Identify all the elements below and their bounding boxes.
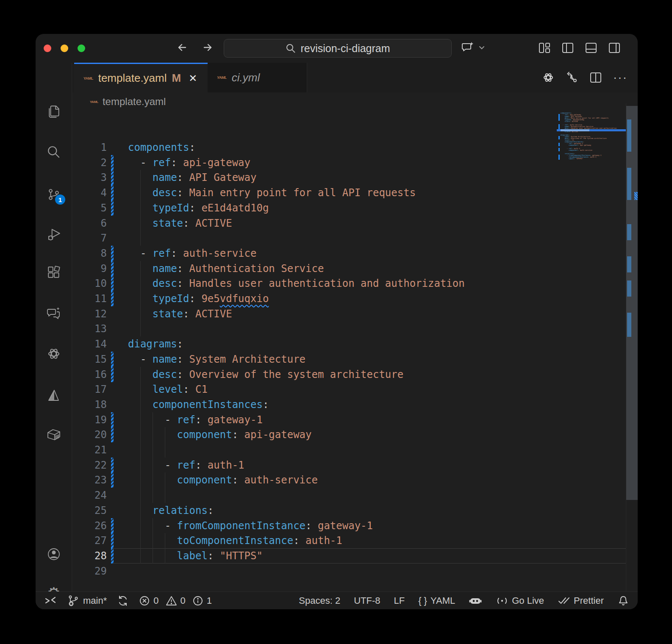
code-line[interactable]: 21 [72, 442, 626, 458]
code-line[interactable]: 2 - ref: api-gateway [72, 155, 626, 170]
code-line[interactable]: 23 component: auth-service [72, 472, 626, 488]
sidebar-item-extensions[interactable] [36, 259, 72, 286]
line-number: 4 [72, 185, 107, 200]
copilot-status[interactable] [469, 594, 482, 607]
code-line[interactable]: 11 typeId: 9e5vdfuqxio [72, 291, 626, 306]
gutter-modified-marker [111, 548, 114, 564]
code-line[interactable]: 20 component: api-gateway [72, 427, 626, 442]
gutter-modified-marker [111, 533, 114, 548]
ruler-modified-block [627, 119, 631, 152]
code-line[interactable]: 4 desc: Main entry point for all API req… [72, 185, 626, 200]
code-line[interactable]: 16 desc: Overview of the system architec… [72, 367, 626, 382]
forward-arrow-icon[interactable] [201, 41, 214, 54]
indent-guide [140, 442, 141, 458]
gutter-modified-marker [111, 276, 114, 291]
minimap[interactable]: components: - ref: api-gateway name: API… [551, 112, 626, 172]
minimize-window-button[interactable] [61, 44, 68, 52]
sidebar-item-source-control[interactable]: 1 [36, 181, 72, 208]
code-line[interactable]: 7 [72, 230, 626, 246]
line-number: 18 [72, 397, 107, 412]
gutter-modified-marker [111, 412, 114, 427]
editor-group: YAML template.yaml M ✕ YAML ci.yml · [72, 63, 638, 591]
code-line[interactable]: 22 - ref: auth-1 [72, 458, 626, 473]
eol-status[interactable]: LF [394, 595, 405, 606]
code-line[interactable]: 12 state: ACTIVE [72, 306, 626, 322]
code-line[interactable]: 1components: [72, 140, 626, 155]
line-number: 28 [72, 548, 107, 564]
back-arrow-icon[interactable] [175, 41, 189, 54]
error-count: 0 [153, 595, 158, 606]
code-line[interactable]: 28 label: "HTTPS" [72, 548, 626, 564]
code-line[interactable]: 15 - name: System Architecture [72, 352, 626, 367]
code-text: - ref: api-gateway [128, 155, 250, 170]
line-number: 22 [72, 458, 107, 473]
code-line[interactable]: 19 - ref: gateway-1 [72, 412, 626, 427]
code-line[interactable]: 9 name: Authentication Service [72, 261, 626, 276]
code-line[interactable]: 13 [72, 321, 626, 336]
line-number: 2 [72, 155, 107, 170]
sidebar-item-search[interactable] [36, 139, 72, 166]
prettier-status[interactable]: Prettier [558, 595, 604, 606]
indent-guide [165, 442, 165, 458]
problems-status[interactable]: 0 0 1 [139, 595, 212, 606]
branch-name: main* [83, 595, 107, 606]
close-window-button[interactable] [44, 44, 51, 52]
chat-sparkle-icon [460, 40, 475, 55]
encoding-status[interactable]: UTF-8 [354, 595, 380, 606]
scrollbar[interactable] [626, 103, 638, 591]
toggle-secondary-sidebar-icon[interactable] [608, 42, 621, 54]
code-line[interactable]: 25 relations: [72, 503, 626, 518]
code-line[interactable]: 18 componentInstances: [72, 397, 626, 412]
code-line[interactable]: 26 - fromComponentInstance: gateway-1 [72, 518, 626, 533]
zoom-window-button[interactable] [78, 44, 85, 52]
ruler-modified-block [627, 256, 631, 272]
gutter-modified-marker [111, 155, 114, 170]
gutter-modified-marker [111, 185, 114, 200]
remote-indicator[interactable] [44, 595, 57, 607]
gutter-modified-marker [111, 367, 114, 382]
code-text: label: "HTTPS" [128, 548, 263, 564]
code-text: state: ACTIVE [128, 306, 232, 322]
code-text: - ref: auth-service [128, 246, 256, 261]
toggle-panel-icon[interactable] [585, 42, 597, 54]
sidebar-item-account[interactable] [36, 541, 72, 568]
line-number: 21 [72, 442, 107, 458]
command-center-search[interactable]: revision-ci-diagram [224, 39, 452, 58]
indentation-status[interactable]: Spaces: 2 [299, 595, 340, 606]
sidebar-item-run-debug[interactable] [36, 221, 72, 248]
chevron-down-icon [478, 44, 486, 51]
code-line[interactable]: 27 toComponentInstance: auth-1 [72, 533, 626, 548]
gutter-modified-marker [111, 200, 114, 216]
code-text: diagrams: [128, 336, 183, 352]
git-branch-status[interactable]: main* [67, 594, 107, 607]
code-line[interactable]: 14diagrams: [72, 336, 626, 352]
notifications-bell-icon[interactable] [617, 595, 629, 607]
code-line[interactable]: 24 [72, 488, 626, 503]
sidebar-item-explorer[interactable] [36, 98, 72, 125]
line-number: 1 [72, 140, 107, 155]
code-line[interactable]: 17 level: C1 [72, 382, 626, 397]
go-live-button[interactable]: Go Live [496, 595, 544, 607]
code-line[interactable]: 8 - ref: auth-service [72, 246, 626, 261]
sidebar-item-containers[interactable] [36, 421, 72, 448]
toggle-primary-sidebar-icon[interactable] [561, 42, 574, 54]
line-number: 9 [72, 261, 107, 276]
customize-layout-icon[interactable] [538, 42, 551, 54]
language-mode-status[interactable]: { } YAML [418, 595, 455, 606]
code-editor[interactable]: 1components:2 - ref: api-gateway3 name: … [72, 63, 638, 591]
sync-changes-button[interactable] [117, 595, 129, 607]
sidebar-item-chat[interactable] [36, 300, 72, 327]
code-line[interactable]: 3 name: API Gateway [72, 170, 626, 185]
sidebar-item-prism[interactable] [36, 382, 72, 409]
copilot-chat-menu[interactable] [460, 40, 486, 55]
code-line[interactable]: 29 [72, 564, 626, 579]
double-check-icon [558, 595, 570, 606]
info-count: 1 [207, 595, 212, 606]
code-line[interactable]: 6 state: ACTIVE [72, 216, 626, 231]
sidebar-item-openai[interactable] [36, 340, 72, 367]
code-line[interactable]: 10 desc: Handles user authentication and… [72, 276, 626, 291]
minimap-line: component: auth-service [561, 150, 592, 151]
scrollbar-slider[interactable] [626, 106, 638, 500]
code-line[interactable]: 5 typeId: eE1d4atd10g [72, 200, 626, 216]
code-text: name: API Gateway [128, 170, 256, 185]
